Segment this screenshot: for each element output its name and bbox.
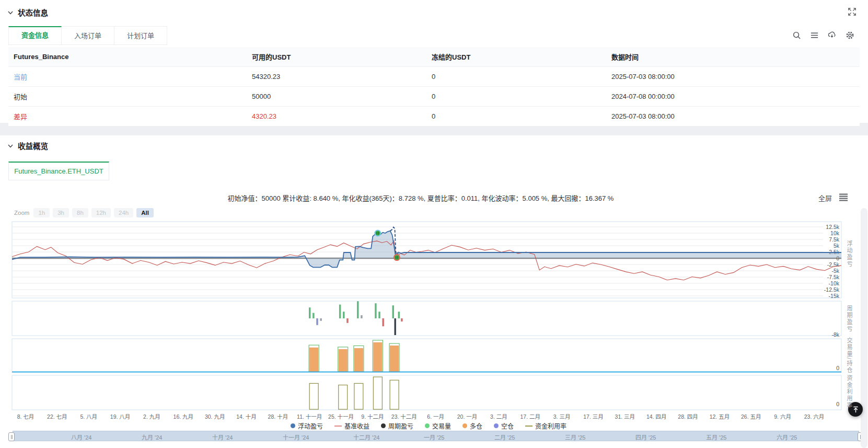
search-icon[interactable] — [791, 29, 802, 41]
period-pnl-bar — [361, 315, 363, 318]
chart-fullscreen-button[interactable]: 全屏 — [818, 193, 832, 203]
capital-utilization-bar — [373, 377, 382, 409]
period-pnl-bar — [357, 301, 359, 318]
axis-tick-label: -15k — [829, 293, 840, 299]
y-axis-title-3: 资金利用率 — [845, 375, 853, 409]
row-current-time: 2025-07-03 08:00:00 — [606, 67, 860, 87]
zoom-label: Zoom — [14, 210, 29, 216]
row-current-link[interactable]: 当前 — [8, 67, 247, 87]
zoom-button-24h[interactable]: 24h — [114, 208, 133, 217]
x-tick-label: 31. 三月 — [615, 412, 635, 420]
zoom-button-all[interactable]: All — [136, 208, 154, 217]
chart-legend: 浮动盈亏基准收益周期盈亏交易量多仓空仓资金利用率 — [0, 421, 857, 430]
period-pnl-bar — [320, 318, 322, 321]
profit-chart[interactable]: 12.5k10k7.5k5k2.5k0-2.5k-5k-7.5k-10k-12.… — [0, 219, 868, 412]
x-tick-label: 9. 六月 — [774, 412, 791, 420]
navigator-band[interactable]: 八月 '24九月 '24十月 '24十一月 '24十二月 '24一月 '25二月… — [13, 431, 859, 441]
zoom-button-3h[interactable]: 3h — [53, 208, 69, 217]
long-position-bar — [390, 346, 399, 372]
legend-item-周期盈亏[interactable]: 周期盈亏 — [381, 421, 413, 430]
row-current-available: 54320.23 — [247, 67, 426, 87]
period-pnl-bar — [309, 307, 311, 318]
x-tick-label: 26. 五月 — [741, 412, 761, 420]
x-tick-label: 19. 八月 — [110, 412, 131, 420]
x-tick-label: 17. 三月 — [583, 412, 604, 420]
chart-menu-icon[interactable] — [839, 193, 848, 203]
tab-planned-orders[interactable]: 计划订单 — [114, 26, 167, 45]
legend-label: 周期盈亏 — [388, 421, 413, 430]
long-position-bar — [310, 348, 318, 372]
status-tabs: 资金信息 入场订单 计划订单 — [8, 26, 167, 45]
chevron-down-icon[interactable] — [7, 9, 14, 16]
tab-fund-info[interactable]: 资金信息 — [8, 26, 62, 45]
row-diff-frozen: 0 — [426, 107, 606, 127]
row-diff-available: 4320.23 — [247, 107, 426, 127]
pane-border-3 — [12, 375, 841, 410]
legend-swatch — [381, 423, 386, 428]
capital-utilization-bar — [339, 385, 348, 410]
axis-tick-label: -7.5k — [827, 274, 840, 280]
legend-item-资金利用率[interactable]: 资金利用率 — [525, 421, 566, 430]
trade-marker-bar — [397, 256, 398, 259]
trade-marker-0 — [375, 231, 380, 236]
period-pnl-bar — [346, 318, 349, 323]
x-tick-label: 12. 五月 — [710, 412, 730, 420]
zoom-button-8h[interactable]: 8h — [72, 208, 88, 217]
table-toolbar — [791, 29, 855, 41]
row-diff-time: 2025-07-03 08:00:00 — [606, 107, 860, 127]
period-pnl-bar — [398, 312, 400, 318]
settings-icon[interactable] — [844, 29, 855, 41]
cloud-download-icon[interactable] — [826, 29, 838, 41]
legend-item-基准收益[interactable]: 基准收益 — [334, 421, 369, 430]
table-row-current: 当前 54320.23 0 2025-07-03 08:00:00 — [8, 67, 860, 87]
row-diff-label: 差异 — [8, 107, 247, 127]
trade-marker-1 — [394, 255, 400, 260]
zoom-button-1h[interactable]: 1h — [33, 208, 50, 217]
zoom-controls: Zoom 1h3h8h12h24hAll — [14, 208, 154, 217]
x-tick-label: 30. 九月 — [205, 412, 225, 420]
legend-label: 空仓 — [501, 421, 514, 430]
capital-utilization-bar — [309, 383, 318, 409]
chevron-down-icon[interactable] — [7, 143, 14, 149]
legend-label: 资金利用率 — [535, 421, 566, 430]
legend-swatch — [334, 426, 342, 427]
legend-item-交易量[interactable]: 交易量 — [425, 421, 451, 430]
axis-tick-label: -5k — [831, 268, 839, 274]
x-tick-label: 23. 十二月 — [391, 412, 417, 420]
row-initial-available: 50000 — [247, 87, 426, 107]
row-initial-label: 初始 — [8, 87, 247, 107]
pane-border-1 — [12, 301, 841, 336]
x-tick-label: 5. 八月 — [80, 412, 97, 420]
y-axis-title-0: 浮动盈亏 — [845, 240, 853, 268]
trade-marker-bar — [396, 256, 396, 259]
navigator-left-handle[interactable] — [8, 432, 15, 441]
table-row-diff: 差异 4320.23 0 2025-07-03 08:00:00 — [8, 107, 860, 127]
legend-item-多仓[interactable]: 多仓 — [462, 421, 482, 430]
axis-tick-label: -12.5k — [824, 286, 840, 293]
long-position-bar — [374, 342, 382, 372]
navigator-month-label: 十二月 '24 — [353, 433, 379, 441]
tab-entry-orders[interactable]: 入场订单 — [62, 26, 114, 45]
legend-swatch — [525, 426, 533, 427]
x-tick-label: 22. 七月 — [47, 412, 67, 420]
tab-symbol[interactable]: Futures_Binance.ETH_USDT — [8, 162, 109, 180]
pane-border-2 — [12, 339, 841, 372]
fund-table: Futures_Binance 可用的USDT 冻结的USDT 数据时间 当前 … — [8, 47, 860, 127]
fullscreen-expand-icon[interactable] — [848, 7, 857, 18]
zoom-button-12h[interactable]: 12h — [91, 208, 111, 217]
status-panel: 状态信息 资金信息 入场订单 计划订单 — [0, 0, 868, 123]
axis-tick-label: -8k — [831, 331, 839, 338]
period-pnl-bar — [313, 313, 315, 318]
legend-swatch — [425, 423, 430, 428]
period-pnl-bar — [375, 303, 377, 318]
x-tick-label: 25. 十一月 — [328, 412, 354, 420]
axis-tick-label: 7.5k — [829, 236, 840, 243]
x-tick-label: 2. 九月 — [143, 412, 160, 420]
list-icon[interactable] — [808, 29, 820, 41]
legend-item-浮动盈亏[interactable]: 浮动盈亏 — [291, 421, 323, 430]
legend-item-空仓[interactable]: 空仓 — [494, 421, 514, 430]
axis-tick-label: -10k — [829, 280, 840, 286]
profit-panel-header: 收益概览 — [7, 140, 48, 151]
navigator-month-label: 十月 '24 — [212, 433, 233, 441]
x-tick-label: 23. 六月 — [804, 412, 825, 420]
